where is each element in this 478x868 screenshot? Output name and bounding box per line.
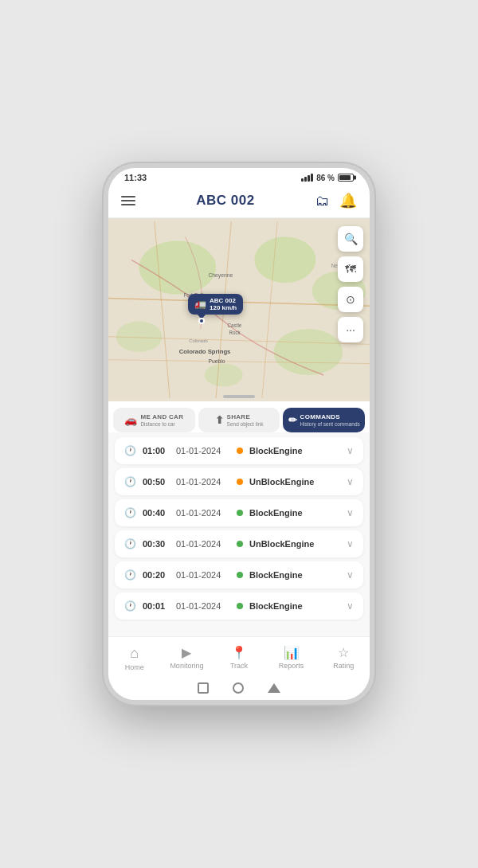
cmd-time-2: 00:40 xyxy=(143,508,170,518)
chevron-down-icon-0[interactable]: ∨ xyxy=(347,445,354,456)
map-container: Cheyenne Fort Collins Castle Rock Colora… xyxy=(108,218,370,401)
command-row[interactable]: 🕐 00:40 01-01-2024 BlockEngine ∨ xyxy=(115,499,363,526)
chevron-down-icon-5[interactable]: ∨ xyxy=(347,600,354,612)
popup-vehicle-name: ABC 002 xyxy=(210,297,237,304)
tabs-area: 🚗 ME AND CAR Distance to car ⬆ SHARE Sen… xyxy=(108,401,370,432)
clock-icon: 🕐 xyxy=(124,600,136,612)
tab-share-label: SHARE xyxy=(227,413,251,420)
android-recent-button[interactable] xyxy=(198,682,209,694)
bottom-nav: ⌂ Home ▶ Monitoring 📍 Track 📊 Reports ☆ … xyxy=(108,636,370,678)
clock-icon: 🕐 xyxy=(124,507,136,518)
signal-icon xyxy=(301,174,313,182)
map-scroll-indicator xyxy=(223,395,255,398)
cmd-date-1: 01-01-2024 xyxy=(176,477,230,487)
clock-icon: 🕐 xyxy=(124,538,136,549)
svg-point-4 xyxy=(116,321,163,352)
map-search-button[interactable]: 🔍 xyxy=(338,226,363,252)
svg-point-5 xyxy=(273,329,343,375)
menu-icon[interactable] xyxy=(121,196,135,205)
star-icon: ☆ xyxy=(338,645,349,660)
nav-item-reports[interactable]: 📊 Reports xyxy=(265,642,318,674)
cmd-time-5: 00:01 xyxy=(143,601,170,611)
nav-item-rating[interactable]: ☆ Rating xyxy=(317,642,370,674)
bell-icon[interactable]: 🔔 xyxy=(339,192,357,209)
svg-text:Cheyenne: Cheyenne xyxy=(208,272,233,279)
command-row[interactable]: 🕐 00:01 01-01-2024 BlockEngine ∨ xyxy=(115,592,363,620)
tab-me-and-car-content: ME AND CAR Distance to car xyxy=(140,413,183,427)
map-more-button[interactable]: ··· xyxy=(338,317,363,342)
tab-commands-content: COMMANDS History of sent commands xyxy=(300,413,360,427)
tab-commands[interactable]: ✏ COMMANDS History of sent commands xyxy=(283,408,365,432)
status-bar: 11:33 86 % xyxy=(108,168,370,186)
cmd-name-5: BlockEngine xyxy=(249,601,340,611)
command-row[interactable]: 🕐 00:20 01-01-2024 BlockEngine ∨ xyxy=(115,561,363,588)
tab-me-and-car-label: ME AND CAR xyxy=(140,413,183,420)
cmd-dot-0 xyxy=(237,448,243,454)
nav-label-monitoring: Monitoring xyxy=(170,662,203,670)
chevron-down-icon-2[interactable]: ∨ xyxy=(347,507,354,518)
vehicle-popup: 🚛 ABC 002 120 km/h xyxy=(188,294,243,315)
cmd-dot-1 xyxy=(237,479,243,485)
map-layers-button[interactable]: 🗺 xyxy=(338,256,363,282)
svg-point-2 xyxy=(254,237,315,283)
chevron-down-icon-4[interactable]: ∨ xyxy=(347,569,354,581)
cmd-name-0: BlockEngine xyxy=(249,446,340,456)
cmd-dot-5 xyxy=(237,603,243,609)
battery-icon xyxy=(338,174,354,182)
nav-label-home: Home xyxy=(125,663,144,671)
tab-me-and-car-sub: Distance to car xyxy=(140,421,174,427)
nav-item-home[interactable]: ⌂ Home xyxy=(108,642,161,674)
svg-text:Rock: Rock xyxy=(229,330,241,335)
monitoring-icon: ▶ xyxy=(182,645,191,660)
status-right: 86 % xyxy=(301,174,354,182)
track-icon: 📍 xyxy=(231,645,247,660)
cmd-dot-2 xyxy=(237,510,243,516)
phone-shell: 11:33 86 % ABC 002 🗂 🔔 xyxy=(104,163,374,705)
android-home-button[interactable] xyxy=(233,682,244,694)
cmd-dot-3 xyxy=(237,541,243,547)
battery-pct: 86 % xyxy=(316,174,335,182)
page-title: ABC 002 xyxy=(196,193,254,209)
popup-speed: 120 km/h xyxy=(210,304,237,311)
clock-icon: 🕐 xyxy=(124,569,136,581)
app-header: ABC 002 🗂 🔔 xyxy=(108,186,370,218)
chevron-down-icon-1[interactable]: ∨ xyxy=(347,476,354,487)
svg-point-1 xyxy=(139,240,216,295)
reports-icon: 📊 xyxy=(284,645,300,660)
truck-icon: 🚛 xyxy=(194,299,206,310)
tab-me-and-car[interactable]: 🚗 ME AND CAR Distance to car xyxy=(113,408,195,432)
cmd-time-4: 00:20 xyxy=(143,570,170,580)
commands-list: 🕐 01:00 01-01-2024 BlockEngine ∨ 🕐 00:50… xyxy=(108,432,370,636)
folder-icon[interactable]: 🗂 xyxy=(315,193,330,209)
cmd-name-1: UnBlockEngine xyxy=(249,477,340,487)
commands-icon: ✏ xyxy=(288,414,297,426)
battery-fill xyxy=(339,175,351,180)
svg-text:Castle: Castle xyxy=(228,323,242,328)
tabs-row: 🚗 ME AND CAR Distance to car ⬆ SHARE Sen… xyxy=(108,408,370,432)
nav-item-track[interactable]: 📍 Track xyxy=(213,642,265,674)
tab-commands-sub: History of sent commands xyxy=(300,421,360,427)
cmd-date-4: 01-01-2024 xyxy=(176,570,230,580)
tab-share[interactable]: ⬆ SHARE Send object link xyxy=(198,408,280,432)
command-row[interactable]: 🕐 00:30 01-01-2024 UnBlockEngine ∨ xyxy=(115,530,363,557)
tab-share-content: SHARE Send object link xyxy=(227,413,264,427)
popup-info: ABC 002 120 km/h xyxy=(210,297,237,311)
chevron-down-icon-3[interactable]: ∨ xyxy=(347,538,354,549)
clock-icon: 🕐 xyxy=(124,445,136,456)
tab-commands-label: COMMANDS xyxy=(300,413,340,420)
command-row[interactable]: 🕐 01:00 01-01-2024 BlockEngine ∨ xyxy=(115,437,363,464)
nav-item-monitoring[interactable]: ▶ Monitoring xyxy=(161,642,214,674)
cmd-name-2: BlockEngine xyxy=(249,508,340,518)
share-icon: ⬆ xyxy=(215,414,224,426)
map-locate-button[interactable]: ⊙ xyxy=(338,287,363,312)
cmd-time-0: 01:00 xyxy=(143,446,170,456)
cmd-date-3: 01-01-2024 xyxy=(176,539,230,549)
popup-location-dot xyxy=(198,318,205,324)
command-row[interactable]: 🕐 00:50 01-01-2024 UnBlockEngine ∨ xyxy=(115,468,363,495)
cmd-time-1: 00:50 xyxy=(143,477,170,487)
cmd-time-3: 00:30 xyxy=(143,539,170,549)
nav-label-reports: Reports xyxy=(279,662,304,670)
android-back-button[interactable] xyxy=(268,683,280,693)
cmd-date-2: 01-01-2024 xyxy=(176,508,230,518)
status-time: 11:33 xyxy=(124,173,147,182)
